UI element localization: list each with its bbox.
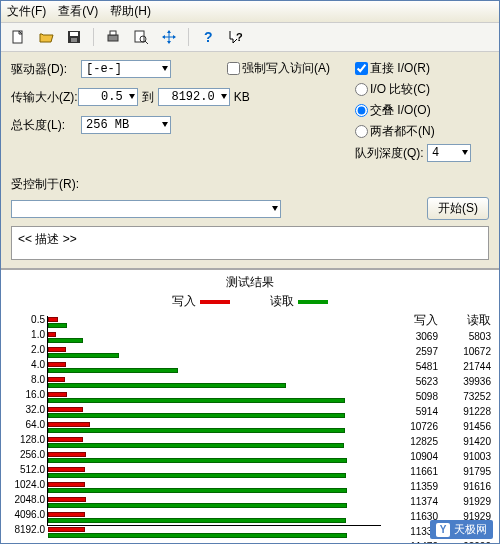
y-tick: 2.0	[9, 342, 45, 357]
read-bar	[48, 353, 119, 358]
svg-text:?: ?	[236, 31, 243, 43]
write-bar	[48, 527, 85, 532]
y-tick: 256.0	[9, 447, 45, 462]
bar-row	[48, 376, 381, 391]
menu-file[interactable]: 文件(F)	[7, 3, 46, 20]
context-help-icon[interactable]: ?	[225, 26, 247, 48]
read-bar	[48, 503, 347, 508]
legend-read-label: 读取	[270, 294, 294, 308]
write-bar	[48, 377, 65, 382]
save-icon[interactable]	[63, 26, 85, 48]
io-compare-input[interactable]	[355, 83, 368, 96]
to-label: 到	[142, 89, 154, 106]
table-row: 1090491003	[385, 449, 491, 464]
table-row: 548121744	[385, 359, 491, 374]
write-bar	[48, 317, 58, 322]
chart: 0.51.02.04.08.016.032.064.0128.0256.0512…	[9, 312, 381, 542]
y-tick: 4.0	[9, 357, 45, 372]
bar-row	[48, 436, 381, 451]
overlap-radio[interactable]: 交叠 I/O(O)	[355, 102, 431, 119]
menu-view[interactable]: 查看(V)	[58, 3, 98, 20]
read-bar	[48, 443, 344, 448]
bar-row	[48, 511, 381, 526]
bar-row	[48, 331, 381, 346]
write-bar	[48, 422, 90, 427]
total-length-label: 总长度(L):	[11, 117, 81, 134]
svg-rect-4	[108, 35, 118, 41]
menu-help[interactable]: 帮助(H)	[110, 3, 151, 20]
y-tick: 8.0	[9, 372, 45, 387]
svg-line-8	[145, 41, 148, 44]
legend: 写入 读取	[9, 293, 491, 310]
legend-read-swatch	[298, 300, 328, 304]
col-read-header: 读取	[438, 312, 491, 329]
open-icon[interactable]	[35, 26, 57, 48]
neither-radio[interactable]: 两者都不(N)	[355, 123, 435, 140]
drive-label: 驱动器(D):	[11, 61, 81, 78]
write-bar	[48, 512, 85, 517]
write-bar	[48, 482, 85, 487]
transfer-max-select[interactable]: 8192.0	[158, 88, 230, 106]
bar-row	[48, 406, 381, 421]
description-box[interactable]: << 描述 >>	[11, 226, 489, 260]
bar-row	[48, 481, 381, 496]
y-tick: 0.5	[9, 312, 45, 327]
read-bar	[48, 368, 178, 373]
table-row: 1147092000	[385, 539, 491, 544]
read-bar	[48, 398, 345, 403]
table-row: 259710672	[385, 344, 491, 359]
y-tick: 64.0	[9, 417, 45, 432]
drive-select[interactable]: [-e-]	[81, 60, 171, 78]
y-tick: 128.0	[9, 432, 45, 447]
bar-row	[48, 316, 381, 331]
write-bar	[48, 467, 85, 472]
neither-input[interactable]	[355, 125, 368, 138]
start-button[interactable]: 开始(S)	[427, 197, 489, 220]
y-tick: 2048.0	[9, 492, 45, 507]
print-icon[interactable]	[102, 26, 124, 48]
write-bar	[48, 347, 66, 352]
bar-row	[48, 466, 381, 481]
read-bar	[48, 383, 286, 388]
col-write-header: 写入	[385, 312, 438, 329]
svg-text:?: ?	[204, 29, 213, 45]
read-bar	[48, 413, 345, 418]
transfer-min-select[interactable]: 0.5	[78, 88, 138, 106]
queue-depth-select[interactable]: 4	[427, 144, 471, 162]
direct-io-checkbox[interactable]: 直接 I/O(R)	[355, 60, 430, 77]
table-row: 562339936	[385, 374, 491, 389]
restricted-label: 受控制于(R):	[11, 176, 89, 193]
overlap-input[interactable]	[355, 104, 368, 117]
write-bar	[48, 332, 56, 337]
help-icon[interactable]: ?	[197, 26, 219, 48]
y-tick: 1024.0	[9, 477, 45, 492]
table-row: 1282591420	[385, 434, 491, 449]
svg-rect-3	[71, 38, 77, 42]
read-bar	[48, 338, 83, 343]
write-bar	[48, 452, 86, 457]
svg-rect-5	[110, 31, 116, 35]
queue-depth-label: 队列深度(Q):	[355, 145, 424, 162]
table-row: 1072691456	[385, 419, 491, 434]
force-write-checkbox[interactable]: 强制写入访问(A)	[227, 60, 330, 77]
new-icon[interactable]	[7, 26, 29, 48]
results-panel: 测试结果 写入 读取 0.51.02.04.08.016.032.064.012…	[1, 269, 499, 544]
write-bar	[48, 437, 83, 442]
move-icon[interactable]	[158, 26, 180, 48]
restricted-select[interactable]	[11, 200, 281, 218]
direct-io-input[interactable]	[355, 62, 368, 75]
bar-row	[48, 346, 381, 361]
total-length-select[interactable]: 256 MB	[81, 116, 171, 134]
read-bar	[48, 473, 346, 478]
results-table: 写入读取 30695803259710672548121744562339936…	[385, 312, 491, 544]
write-bar	[48, 362, 66, 367]
bar-row	[48, 361, 381, 376]
table-row: 30695803	[385, 329, 491, 344]
io-compare-radio[interactable]: I/O 比较(C)	[355, 81, 430, 98]
read-bar	[48, 428, 345, 433]
y-tick: 1.0	[9, 327, 45, 342]
force-write-input[interactable]	[227, 62, 240, 75]
preview-icon[interactable]	[130, 26, 152, 48]
results-title: 测试结果	[9, 274, 491, 291]
y-tick: 32.0	[9, 402, 45, 417]
